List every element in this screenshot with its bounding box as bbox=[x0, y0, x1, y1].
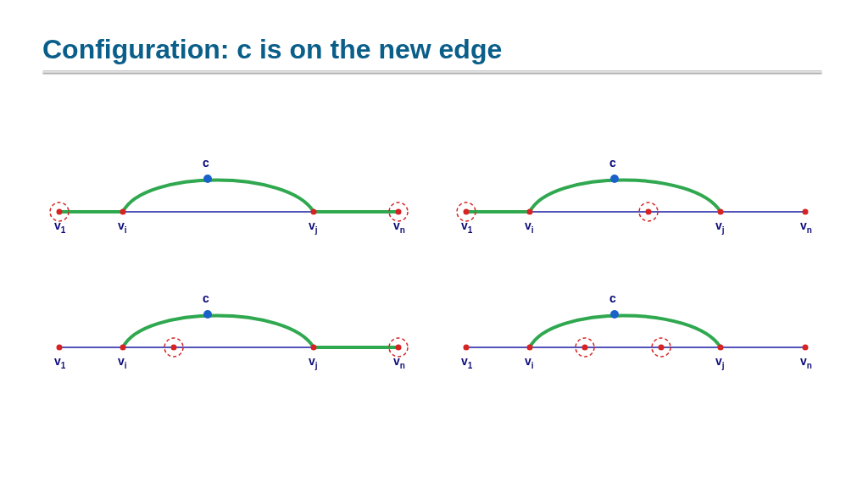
vn-label: vn bbox=[800, 354, 812, 370]
svg-point-34 bbox=[659, 345, 665, 351]
c-label: c bbox=[203, 156, 209, 169]
panel-bottom-left: c v1 vi vj vn bbox=[42, 280, 424, 381]
vi-label: vi bbox=[525, 219, 534, 235]
svg-point-17 bbox=[610, 175, 619, 183]
c-label: c bbox=[609, 291, 616, 305]
slide: Configuration: c is on the new edge bbox=[0, 0, 868, 488]
c-label: c bbox=[203, 291, 209, 305]
svg-point-4 bbox=[120, 209, 126, 215]
svg-point-27 bbox=[203, 310, 212, 319]
svg-point-32 bbox=[527, 345, 533, 351]
vj-label: vj bbox=[715, 219, 725, 235]
vn-label: vn bbox=[393, 219, 405, 235]
svg-point-26 bbox=[396, 345, 402, 351]
svg-point-22 bbox=[57, 345, 63, 351]
v1-label: v1 bbox=[461, 219, 472, 235]
panel-bottom-right: c v1 vi vj vn bbox=[449, 280, 831, 381]
diagram-svg bbox=[449, 144, 831, 246]
svg-point-25 bbox=[311, 345, 317, 351]
vi-label: vi bbox=[118, 219, 127, 235]
svg-point-36 bbox=[803, 345, 809, 351]
vj-label: vj bbox=[715, 354, 725, 370]
vi-label: vi bbox=[525, 354, 534, 370]
vj-label: vj bbox=[309, 219, 318, 235]
diagram-svg bbox=[449, 280, 831, 381]
c-label: c bbox=[609, 156, 616, 169]
diagram-svg bbox=[42, 280, 424, 381]
svg-point-5 bbox=[311, 209, 317, 215]
v1-label: v1 bbox=[461, 354, 472, 370]
panel-top-right: c v1 vi vj vn bbox=[449, 144, 831, 246]
svg-point-24 bbox=[171, 345, 177, 351]
svg-point-13 bbox=[527, 209, 533, 215]
svg-point-37 bbox=[610, 310, 619, 319]
panel-top-left: c v1 vi vj vn bbox=[42, 144, 424, 246]
svg-point-7 bbox=[203, 175, 212, 183]
svg-point-12 bbox=[464, 209, 470, 215]
svg-point-15 bbox=[718, 209, 724, 215]
slide-title: Configuration: c is on the new edge bbox=[42, 34, 826, 65]
diagram-svg bbox=[42, 144, 424, 246]
vj-label: vj bbox=[309, 354, 318, 370]
vn-label: vn bbox=[393, 354, 405, 370]
svg-point-31 bbox=[464, 345, 470, 351]
v1-label: v1 bbox=[54, 354, 65, 370]
svg-point-23 bbox=[120, 345, 126, 351]
svg-point-3 bbox=[57, 209, 63, 215]
panel-grid: c v1 vi vj vn c v1 v bbox=[42, 144, 831, 381]
vi-label: vi bbox=[118, 354, 127, 370]
svg-point-35 bbox=[718, 345, 724, 351]
svg-point-16 bbox=[803, 209, 809, 215]
vn-label: vn bbox=[800, 219, 812, 235]
title-rule bbox=[42, 70, 822, 74]
svg-point-14 bbox=[646, 209, 652, 215]
svg-point-6 bbox=[396, 209, 402, 215]
svg-point-33 bbox=[582, 345, 588, 351]
v1-label: v1 bbox=[54, 219, 65, 235]
